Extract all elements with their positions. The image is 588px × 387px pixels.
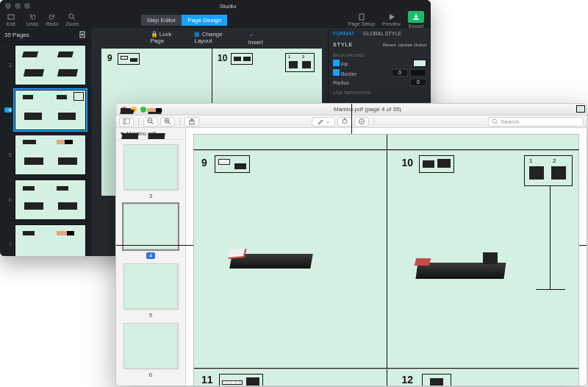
- parts-callout[interactable]: [231, 53, 253, 65]
- svg-line-2: [73, 18, 75, 20]
- tab-format[interactable]: FORMAT: [333, 31, 354, 36]
- qty: 2: [302, 54, 304, 59]
- svg-rect-3: [359, 14, 364, 20]
- rotate-button[interactable]: [337, 117, 352, 127]
- step-editor-button[interactable]: Step Editor: [141, 15, 182, 26]
- change-layout-button[interactable]: ▦ Change Layout: [194, 31, 237, 46]
- svg-point-17: [361, 121, 362, 122]
- thumb-number: 7: [4, 242, 12, 247]
- page-thumbnail[interactable]: [123, 204, 178, 249]
- submodel-callout[interactable]: 1 2: [285, 53, 315, 72]
- exit-button[interactable]: Exit: [3, 13, 19, 26]
- thumb-number: 6: [4, 197, 12, 202]
- callout-arrow: [536, 289, 565, 290]
- search-input[interactable]: Search: [488, 117, 584, 127]
- undo-label: Undo: [26, 21, 39, 26]
- page-thumbnail[interactable]: [123, 144, 178, 190]
- qty: 1: [529, 157, 532, 164]
- page-design-button[interactable]: Page Design: [182, 15, 227, 26]
- page-thumbnail[interactable]: [123, 263, 178, 309]
- svg-rect-0: [8, 15, 14, 19]
- border-color-swatch[interactable]: [410, 69, 426, 77]
- undo-button[interactable]: Undo: [23, 13, 43, 26]
- export-button[interactable]: Export: [404, 11, 428, 29]
- parts-callout: [419, 155, 454, 173]
- page-thumbnail[interactable]: 3: [4, 45, 86, 85]
- tab-global-style[interactable]: GLOBAL STYLE: [363, 31, 401, 36]
- search-icon: [492, 118, 498, 125]
- preview-label: Preview: [382, 21, 401, 26]
- preview-thumb-list[interactable]: 3 4 5 6: [116, 140, 185, 386]
- background-heading: BACKGROUND: [333, 53, 426, 57]
- studio-titlebar[interactable]: Studio: [0, 0, 431, 12]
- preview-window: ⌄ Mambo.pdf (page 4 of 35) ⌄ Search ▾Mam…: [115, 103, 587, 386]
- border-checkbox[interactable]: [333, 69, 340, 76]
- markup-button[interactable]: ⌄: [312, 117, 335, 127]
- sidebar-toggle-button[interactable]: [119, 117, 134, 127]
- fill-color-swatch[interactable]: [413, 60, 426, 67]
- preview-button[interactable]: Preview: [379, 13, 404, 26]
- revert-button[interactable]: Revert: [383, 43, 396, 47]
- thumb-label: 3: [149, 193, 152, 199]
- style-heading: STYLE: [333, 42, 353, 47]
- zoom-button[interactable]: Zoom: [62, 13, 82, 26]
- assembly-render: [417, 254, 512, 288]
- radius-value[interactable]: 0: [410, 79, 426, 86]
- page-thumbnail[interactable]: 5: [4, 135, 86, 175]
- close-icon[interactable]: [5, 3, 11, 9]
- thumb-label: 4: [146, 252, 155, 259]
- preview-title: Mambo.pdf (page 4 of 35): [154, 106, 581, 113]
- page-thumbnail[interactable]: [123, 323, 178, 369]
- traffic-lights: [5, 3, 30, 9]
- lock-page-button[interactable]: 🔒 Lock Page: [151, 31, 184, 46]
- step-number: 9: [107, 53, 112, 63]
- redo-label: Redo: [46, 21, 58, 26]
- studio-toolbar: Exit Undo Redo Zoom Step Editor Page Des…: [0, 12, 431, 28]
- thumb-number: 5: [4, 152, 12, 157]
- page-thumbnail[interactable]: 4: [4, 90, 86, 130]
- zoom-out-button[interactable]: [143, 117, 158, 127]
- zoom-icon[interactable]: [24, 3, 30, 9]
- mode-switch: Step Editor Page Design: [141, 15, 227, 26]
- radius-label: Radius: [333, 80, 349, 85]
- pages-count: 35 Pages: [4, 32, 29, 38]
- zoom-label: Zoom: [65, 21, 79, 26]
- preview-sidebar: ▾Mambo.pdf 3 4 5 6: [116, 128, 186, 386]
- zoom-in-button[interactable]: [160, 117, 175, 127]
- callout-arrow: [550, 186, 551, 289]
- context-bar: 🔒 Lock Page ▦ Change Layout ＋ Insert: [151, 31, 269, 46]
- update-global-button[interactable]: Update Global: [398, 43, 426, 47]
- edit-button[interactable]: [354, 117, 369, 127]
- fill-checkbox[interactable]: [333, 60, 340, 66]
- thumb-label: 5: [149, 312, 152, 319]
- thumb-label: 6: [149, 372, 152, 378]
- border-value[interactable]: 0: [392, 69, 408, 77]
- page-setup-button[interactable]: Page Setup: [345, 13, 379, 26]
- studio-title: Studio: [30, 3, 426, 10]
- svg-rect-6: [123, 118, 130, 124]
- assembly-render: [231, 246, 319, 276]
- minimize-icon[interactable]: [15, 3, 21, 9]
- insert-button[interactable]: ＋ Insert: [248, 31, 269, 46]
- step-number: 10: [401, 157, 413, 168]
- svg-line-19: [495, 122, 498, 124]
- preview-canvas[interactable]: 9 10 1: [186, 128, 587, 386]
- step-number: 12: [401, 374, 413, 386]
- svg-marker-4: [390, 14, 395, 20]
- parts-callout[interactable]: [118, 53, 140, 65]
- redo-button[interactable]: Redo: [42, 13, 62, 26]
- step-number: 10: [218, 53, 227, 63]
- thumb-number: 4: [4, 107, 12, 113]
- page-setup-label: Page Setup: [348, 21, 376, 26]
- qty: 1: [288, 54, 290, 59]
- submodel-callout: 1 2: [524, 155, 573, 186]
- page-thumbnail[interactable]: 7: [4, 224, 86, 256]
- page-thumbnail[interactable]: 6: [4, 180, 86, 220]
- qty: 2: [553, 157, 556, 164]
- add-page-icon[interactable]: [79, 31, 86, 38]
- share-button[interactable]: [184, 117, 199, 127]
- parts-callout: [219, 374, 263, 386]
- zoom-icon[interactable]: [140, 107, 146, 113]
- line-separator-heading: LINE SEPARATOR: [333, 90, 426, 95]
- thumbnail-list[interactable]: 3 4 5 6 7: [0, 42, 90, 256]
